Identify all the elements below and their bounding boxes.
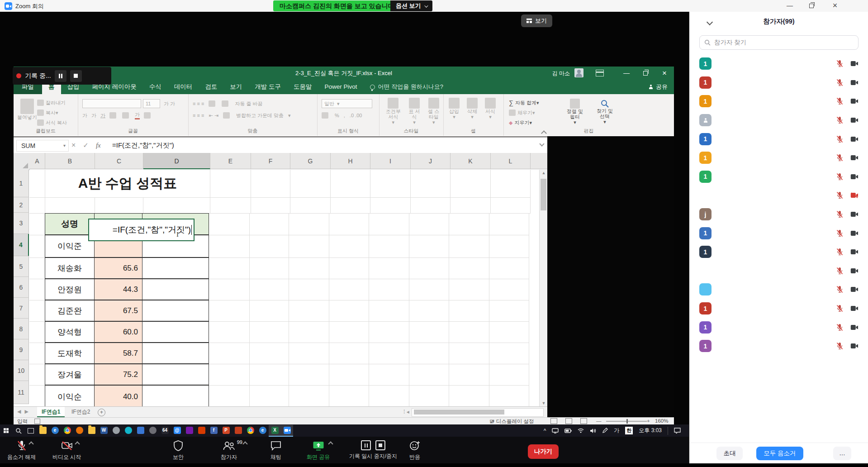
- ribbon-tab-6[interactable]: 데이터: [168, 80, 199, 94]
- cell[interactable]: [209, 364, 250, 386]
- cell[interactable]: [29, 322, 45, 343]
- tell-me-search[interactable]: 어떤 작업을 원하시나요?: [370, 80, 443, 94]
- cell[interactable]: [409, 258, 449, 279]
- student-name-cell[interactable]: 이익순: [45, 385, 95, 406]
- cell[interactable]: [289, 279, 329, 300]
- camera-icon[interactable]: [850, 249, 859, 255]
- toolbar-stop-recording-icon[interactable]: [375, 440, 385, 450]
- student-name-cell[interactable]: 장겨울: [45, 364, 95, 385]
- cell[interactable]: [209, 279, 250, 300]
- column-header-K[interactable]: K: [451, 153, 491, 169]
- cell[interactable]: [209, 258, 250, 279]
- muted-mic-icon[interactable]: [836, 116, 843, 124]
- participant-row-16[interactable]: 1: [689, 337, 868, 356]
- cancel-entry-icon[interactable]: ×: [71, 140, 76, 151]
- cell[interactable]: [329, 386, 369, 406]
- cell[interactable]: [489, 235, 529, 258]
- muted-mic-icon[interactable]: [836, 60, 843, 67]
- view-options-button[interactable]: 옵션 보기: [390, 0, 432, 11]
- student-name-cell[interactable]: 안정원: [45, 279, 95, 300]
- speaker-icon[interactable]: [590, 428, 596, 434]
- cell[interactable]: [250, 343, 289, 364]
- autosum-button[interactable]: ∑자동 합계 ▾: [509, 98, 539, 108]
- start-video-button[interactable]: 비디오 시작: [52, 440, 81, 461]
- cell[interactable]: [250, 258, 289, 279]
- cell[interactable]: [370, 198, 411, 214]
- horizontal-scroll-thumb[interactable]: [414, 410, 504, 415]
- camera-icon[interactable]: [850, 136, 859, 142]
- font-color-button[interactable]: 가: [135, 111, 140, 119]
- macro-record-icon[interactable]: [34, 419, 40, 424]
- cell[interactable]: [369, 364, 409, 386]
- row-header-9[interactable]: 9: [14, 339, 29, 360]
- student-name-cell[interactable]: 김준완: [45, 300, 95, 321]
- cell[interactable]: [489, 300, 529, 322]
- cell[interactable]: [409, 343, 449, 364]
- vertical-scrollbar[interactable]: ▲ ▼: [539, 170, 547, 406]
- cell[interactable]: [369, 322, 409, 343]
- cell[interactable]: [209, 300, 250, 322]
- taskbar-icon-zoom[interactable]: [281, 425, 293, 437]
- cell[interactable]: [409, 364, 449, 386]
- camera-icon[interactable]: [850, 174, 859, 180]
- participant-row-8[interactable]: [689, 186, 868, 205]
- result-cell[interactable]: [142, 257, 209, 279]
- pause-recording-button[interactable]: [55, 70, 66, 82]
- student-score-cell[interactable]: 60.0: [94, 321, 142, 343]
- cell[interactable]: [449, 258, 489, 279]
- taskbar-icon-chrome[interactable]: [61, 425, 73, 437]
- sheet-title-cell[interactable]: A반 수업 성적표: [45, 170, 210, 198]
- cell[interactable]: [29, 258, 45, 279]
- font-name-select[interactable]: [82, 99, 141, 108]
- cell[interactable]: [411, 170, 451, 198]
- row-header-3[interactable]: 3: [14, 213, 29, 234]
- taskbar-icon-display-app[interactable]: [134, 425, 147, 437]
- column-header-C[interactable]: C: [95, 153, 143, 169]
- cell[interactable]: [489, 258, 529, 279]
- participant-search-input[interactable]: 참가자 찾기: [699, 35, 859, 50]
- cell[interactable]: [369, 214, 409, 235]
- cell[interactable]: [209, 386, 250, 406]
- cell[interactable]: [209, 322, 250, 343]
- number-format-select[interactable]: 일반 ▾: [322, 99, 372, 108]
- row-header-11[interactable]: 11: [14, 381, 29, 404]
- participant-row-6[interactable]: 1: [689, 148, 868, 167]
- participant-row-11[interactable]: 1: [689, 243, 868, 262]
- cell[interactable]: [250, 279, 289, 300]
- more-options-button[interactable]: …: [833, 447, 851, 460]
- format-as-table-button[interactable]: 표 서식▾: [408, 98, 421, 125]
- zoom-out-button[interactable]: —: [596, 418, 602, 424]
- scroll-down-icon[interactable]: ▼: [540, 401, 547, 405]
- borders-icon[interactable]: [109, 112, 116, 119]
- cell[interactable]: [29, 343, 45, 364]
- chat-button[interactable]: 채팅: [270, 440, 281, 461]
- column-header-E[interactable]: E: [210, 153, 251, 169]
- cell[interactable]: [250, 364, 289, 386]
- muted-mic-icon[interactable]: [836, 97, 843, 105]
- cell[interactable]: [369, 235, 409, 258]
- cell[interactable]: [449, 343, 489, 364]
- camera-icon[interactable]: [850, 98, 859, 104]
- mic-options-caret[interactable]: [28, 441, 33, 446]
- participants-button[interactable]: 99 참가자: [221, 440, 237, 461]
- select-all-corner[interactable]: [14, 153, 30, 170]
- camera-icon[interactable]: [850, 117, 859, 123]
- camera-icon[interactable]: [850, 343, 859, 349]
- participant-row-14[interactable]: 1: [689, 299, 868, 318]
- student-score-cell[interactable]: 75.2: [94, 364, 142, 385]
- decimal-buttons[interactable]: .0 .00: [350, 113, 362, 118]
- muted-mic-icon[interactable]: [836, 210, 843, 218]
- cell[interactable]: [451, 170, 491, 198]
- cell-A1[interactable]: [29, 170, 45, 198]
- merge-center-button[interactable]: 병합하고 가운데 맞춤: [236, 112, 284, 119]
- insert-function-icon[interactable]: fx: [96, 140, 101, 151]
- cell[interactable]: [251, 170, 290, 198]
- taskbar-icon-powerpoint[interactable]: P: [220, 425, 232, 437]
- sort-filter-button[interactable]: 정렬 및 필터▾: [564, 99, 586, 125]
- cell[interactable]: [289, 364, 329, 386]
- cell[interactable]: [409, 386, 449, 406]
- taskbar-icon-word[interactable]: W: [98, 425, 110, 437]
- excel-restore-button[interactable]: [636, 67, 655, 80]
- camera-icon[interactable]: [850, 324, 859, 330]
- cell[interactable]: [143, 198, 210, 214]
